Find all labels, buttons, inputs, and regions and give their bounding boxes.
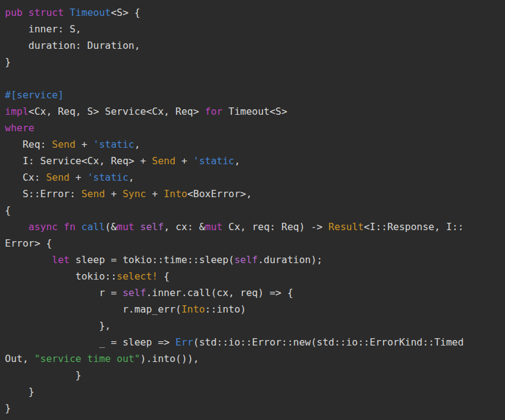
code-token: .inner.call(cx, req) => { [146, 287, 293, 299]
code-token: Sync [123, 188, 147, 200]
code-token: Send [152, 155, 176, 167]
code-line: } [5, 400, 500, 416]
code-editor[interactable]: pub struct Timeout<S> { inner: S, durati… [0, 0, 505, 420]
code-token: _ = sleep => [5, 336, 175, 348]
code-line: Error> { [5, 235, 500, 252]
code-line: Req: Send + 'static, [5, 136, 500, 153]
code-token: fn [64, 221, 75, 233]
code-line: } [5, 54, 500, 70]
code-token: <BoxError>, [187, 188, 252, 200]
code-token: impl [5, 106, 29, 117]
code-line [5, 70, 500, 87]
code-token: Timeout [70, 7, 111, 18]
code-line: Out, "service time out").into()), [5, 350, 500, 367]
code-token: + [105, 188, 123, 200]
code-token: <I::Response, I:: [364, 221, 464, 233]
code-token: 'static [87, 172, 128, 183]
code-token: Timeout<S> [222, 106, 287, 117]
code-line: where [5, 120, 500, 136]
code-line: r.map_err(Into::into) [5, 301, 500, 317]
code-token: inner: S, [5, 23, 81, 35]
code-token: } [5, 402, 11, 414]
code-token: Send [81, 188, 105, 200]
code-token: Req: [5, 139, 52, 150]
code-token [64, 7, 70, 18]
code-token: , cx: & [164, 221, 205, 233]
code-line: let sleep = tokio::time::sleep(self.dura… [5, 252, 500, 268]
code-token: self [123, 287, 147, 299]
code-token: #[service] [5, 89, 64, 101]
code-token: mut [117, 221, 134, 233]
code-token: async [29, 221, 58, 233]
code-token: (& [105, 221, 117, 233]
code-token: } [5, 386, 34, 397]
code-line: inner: S, [5, 21, 500, 37]
code-token: Cx, req: Req) -> [222, 221, 328, 233]
code-block: pub struct Timeout<S> { inner: S, durati… [5, 4, 500, 416]
code-token [5, 221, 29, 233]
code-token: + [146, 188, 164, 200]
code-token: Result [329, 221, 364, 233]
code-line: S::Error: Send + Sync + Into<BoxError>, [5, 186, 500, 202]
code-token: , [134, 139, 140, 150]
code-token: Send [52, 139, 76, 150]
code-token: let [52, 254, 70, 266]
code-line: { [5, 202, 500, 219]
code-token: } [5, 56, 11, 68]
code-token: , [128, 172, 134, 183]
code-token: Out, [5, 353, 34, 364]
code-token: S::Error: [5, 188, 81, 200]
code-token: tokio:: [5, 270, 117, 282]
code-line: } [5, 367, 500, 383]
code-token [134, 221, 140, 233]
code-token: { [158, 270, 169, 282]
code-token: r = [5, 287, 123, 299]
code-token: + [70, 172, 87, 183]
code-token: + [175, 155, 193, 167]
code-token: <Cx, Req, S> Service<Cx, Req> [29, 106, 205, 117]
code-token: } [5, 369, 81, 381]
code-token: Into [164, 188, 187, 200]
code-token: .duration); [258, 254, 322, 266]
code-token: ::into) [205, 303, 246, 315]
code-token: call [81, 221, 105, 233]
code-token: self [140, 221, 164, 233]
code-line: impl<Cx, Req, S> Service<Cx, Req> for Ti… [5, 103, 500, 120]
code-token [76, 221, 82, 233]
code-token: struct [29, 7, 64, 18]
code-line: _ = sleep => Err(std::io::Error::new(std… [5, 334, 500, 350]
code-token: r.map_err( [5, 303, 181, 315]
code-line: duration: Duration, [5, 37, 500, 54]
code-token: Error> { [5, 237, 52, 249]
code-token: duration: Duration, [5, 40, 140, 51]
code-token: , [234, 155, 241, 167]
code-token [5, 254, 52, 266]
code-token: pub [5, 7, 23, 18]
code-token: sleep = tokio::time::sleep( [70, 254, 234, 266]
code-token: self [234, 254, 258, 266]
code-token: }, [5, 320, 111, 331]
code-line: I: Service<Cx, Req> + Send + 'static, [5, 153, 500, 169]
code-line: pub struct Timeout<S> { [5, 4, 500, 21]
code-line: } [5, 383, 500, 400]
code-token: 'static [193, 155, 234, 167]
code-line: tokio::select! { [5, 268, 500, 284]
code-token: "service time out" [34, 353, 140, 364]
code-token: mut [205, 221, 223, 233]
code-token: ).into()), [140, 353, 199, 364]
code-token: where [5, 122, 34, 134]
code-token: Cx: [5, 172, 46, 183]
code-token: (std::io::Error::new(std::io::ErrorKind:… [193, 336, 463, 348]
code-token: Into [181, 303, 205, 315]
code-token: 'static [93, 139, 134, 150]
code-line: r = self.inner.call(cx, req) => { [5, 284, 500, 301]
code-token: { [5, 205, 11, 216]
code-line: }, [5, 317, 500, 334]
code-token: select! [117, 270, 158, 282]
code-token: I: Service<Cx, Req> + [5, 155, 152, 167]
code-line: #[service] [5, 87, 500, 103]
code-token: for [205, 106, 223, 117]
code-token: Send [46, 172, 70, 183]
code-token [23, 7, 29, 18]
code-token [58, 221, 64, 233]
